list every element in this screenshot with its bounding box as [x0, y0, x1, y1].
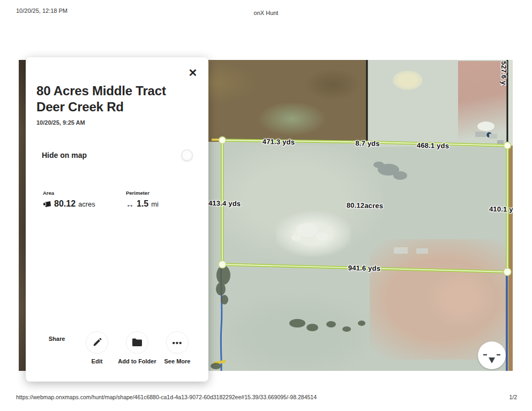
perimeter-value: 1.5 — [137, 199, 148, 209]
folder-icon — [132, 338, 143, 347]
edit-button[interactable]: Edit — [77, 331, 117, 364]
double-arrow-icon: ↔ — [126, 200, 134, 209]
pencil-icon — [92, 338, 102, 347]
card-actions: Share Edit Add to Folder — [26, 331, 208, 374]
perimeter-stat-label: Perimeter — [126, 190, 159, 196]
tree-cover — [211, 265, 365, 369]
hide-on-map-label: Hide on map — [42, 151, 87, 159]
perimeter-stat: Perimeter ↔ 1.5 mi — [126, 190, 159, 209]
area-unit: acres — [78, 200, 95, 208]
see-more-button[interactable]: ••• See More — [157, 331, 198, 364]
shape-timestamp: 10/20/25, 9:25 AM — [36, 119, 85, 126]
pond — [291, 121, 494, 241]
distance-label-vertical: 527.6 yds — [500, 61, 508, 86]
ellipsis-icon: ••• — [173, 338, 183, 347]
hide-on-map-row: Hide on map — [36, 149, 197, 162]
dirt-road — [508, 146, 513, 371]
area-stat: Area 80.12 acres — [43, 190, 95, 209]
hide-on-map-toggle[interactable] — [181, 149, 193, 161]
area-value: 80.12 — [54, 199, 76, 209]
add-to-folder-button[interactable]: Add to Folder — [117, 331, 158, 364]
page-number: 1/2 — [509, 394, 517, 400]
print-page: 10/20/25, 12:18 PM onX Hunt — [0, 0, 532, 411]
area-label: 80.12acres — [347, 201, 384, 210]
distance-label: 413.4 yds — [208, 199, 241, 208]
map-view-control-button[interactable] — [478, 341, 506, 369]
area-icon — [43, 200, 51, 208]
shape-details-card: ✕ 80 Acres Middle Tract Deer Creek Rd 10… — [26, 57, 208, 382]
tilt-control-icon — [478, 341, 506, 369]
brush-patch — [373, 162, 407, 180]
perimeter-unit: mi — [151, 200, 159, 208]
app-title: onX Hunt — [0, 10, 532, 16]
buildings — [394, 132, 504, 254]
distance-label: 8.7 yds — [355, 139, 380, 148]
close-icon[interactable]: ✕ — [186, 66, 200, 80]
terrain-strip — [508, 60, 513, 146]
distance-label: 410.1 yds — [489, 205, 513, 214]
shape-title: 80 Acres Middle Tract Deer Creek Rd — [36, 83, 195, 115]
page-url: https://webmap.onxmaps.com/hunt/map/shap… — [16, 394, 317, 400]
distance-label: 941.6 yds — [348, 264, 381, 272]
area-stat-label: Area — [43, 190, 95, 196]
distance-label: 468.1 yds — [417, 141, 449, 150]
distance-label: 471.3 yds — [263, 138, 295, 146]
share-button[interactable]: Share — [36, 331, 77, 342]
